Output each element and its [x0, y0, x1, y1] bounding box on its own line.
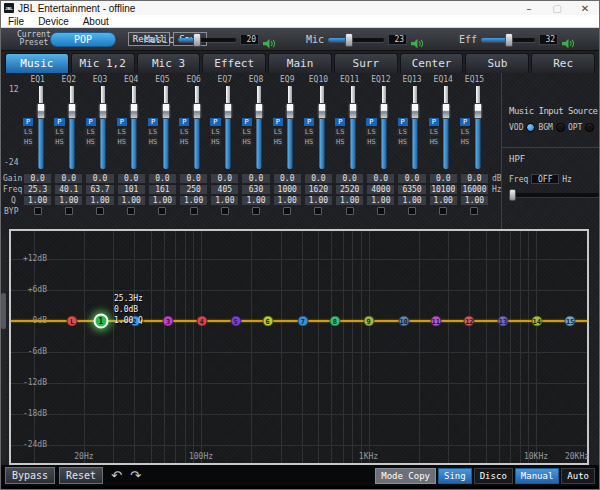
freq-value-field[interactable]: 6350	[398, 184, 425, 194]
eq-slider-thumb[interactable]	[192, 103, 201, 119]
filter-ls-button[interactable]: LS	[304, 128, 314, 136]
eq-slider-thumb[interactable]	[36, 103, 45, 119]
filter-ls-button[interactable]: LS	[85, 128, 95, 136]
filter-p-button[interactable]: P	[210, 118, 220, 126]
filter-p-button[interactable]: P	[335, 118, 345, 126]
gain-value-field[interactable]: 0.0	[55, 173, 82, 183]
tab-center[interactable]: Center	[400, 53, 464, 73]
eq-gain-slider[interactable]: PLSHS	[396, 84, 427, 172]
tab-effect[interactable]: Effect	[202, 53, 266, 73]
filter-hs-button[interactable]: HS	[366, 138, 376, 146]
freq-value-field[interactable]: 161	[149, 184, 176, 194]
filter-p-button[interactable]: P	[179, 118, 189, 126]
tab-main[interactable]: Main	[268, 53, 332, 73]
redo-icon[interactable]: ↷	[130, 467, 141, 484]
filter-ls-button[interactable]: LS	[241, 128, 251, 136]
q-value-field[interactable]: 1.00	[180, 195, 207, 205]
close-button[interactable]: ✕	[571, 1, 599, 15]
filter-ls-button[interactable]: LS	[148, 128, 158, 136]
gain-value-field[interactable]: 0.0	[398, 173, 425, 183]
eq-gain-slider[interactable]: PLSHS	[147, 84, 178, 172]
filter-p-button[interactable]: P	[366, 118, 376, 126]
eq-gain-slider[interactable]: PLSHS	[272, 84, 303, 172]
eq-curve-graph[interactable]: +12dB+6dB0dB-6dB-12dB-18dB-24dB20Hz100Hz…	[9, 229, 589, 465]
bypass-checkbox[interactable]	[252, 207, 260, 215]
menu-item-device[interactable]: Device	[31, 15, 76, 27]
eq-point-5[interactable]: 5	[230, 316, 241, 327]
eq-gain-slider[interactable]: PLSHS	[334, 84, 365, 172]
q-value-field[interactable]: 1.00	[242, 195, 269, 205]
hpf-slider-thumb[interactable]	[509, 189, 516, 201]
freq-value-field[interactable]: 1620	[305, 184, 332, 194]
filter-hs-button[interactable]: HS	[54, 138, 64, 146]
filter-p-button[interactable]: P	[148, 118, 158, 126]
gain-value-field[interactable]: 0.0	[336, 173, 363, 183]
filter-p-button[interactable]: P	[460, 118, 470, 126]
eq-gain-slider[interactable]: PLSHS	[303, 84, 334, 172]
volume-value[interactable]: 23	[388, 34, 407, 45]
freq-value-field[interactable]: 405	[211, 184, 238, 194]
volume-slider-thumb[interactable]	[345, 33, 353, 47]
gain-value-field[interactable]: 0.0	[118, 173, 145, 183]
eq-slider-thumb[interactable]	[348, 103, 357, 119]
filter-hs-button[interactable]: HS	[335, 138, 345, 146]
freq-value-field[interactable]: 4000	[367, 184, 394, 194]
bypass-checkbox[interactable]	[377, 207, 385, 215]
eq-point-9[interactable]: 9	[363, 316, 374, 327]
q-value-field[interactable]: 1.00	[274, 195, 301, 205]
volume-value[interactable]: 32	[539, 34, 558, 45]
mode-button-sing[interactable]: Sing	[438, 468, 472, 484]
eq-point-11[interactable]: 11	[430, 316, 441, 327]
source-radio-vod[interactable]	[526, 123, 535, 132]
filter-ls-button[interactable]: LS	[117, 128, 127, 136]
eq-slider-thumb[interactable]	[411, 103, 420, 119]
filter-hs-button[interactable]: HS	[117, 138, 127, 146]
gain-value-field[interactable]: 0.0	[305, 173, 332, 183]
freq-value-field[interactable]: 63.7	[86, 184, 113, 194]
filter-ls-button[interactable]: LS	[273, 128, 283, 136]
eq-point-6[interactable]: 6	[262, 316, 273, 327]
maximize-button[interactable]: ▢	[543, 1, 571, 15]
eq-slider-thumb[interactable]	[473, 103, 482, 119]
bypass-checkbox[interactable]	[314, 207, 322, 215]
filter-p-button[interactable]: P	[23, 118, 33, 126]
source-radio-opt[interactable]	[585, 123, 594, 132]
eq-point-8[interactable]: 8	[329, 316, 340, 327]
filter-hs-button[interactable]: HS	[179, 138, 189, 146]
hpf-freq-value[interactable]: OFF	[531, 174, 559, 184]
bypass-button[interactable]: Bypass	[5, 467, 55, 484]
filter-hs-button[interactable]: HS	[304, 138, 314, 146]
gain-value-field[interactable]: 0.0	[461, 173, 488, 183]
filter-ls-button[interactable]: LS	[179, 128, 189, 136]
gain-value-field[interactable]: 0.0	[242, 173, 269, 183]
filter-hs-button[interactable]: HS	[85, 138, 95, 146]
tab-rec[interactable]: Rec	[531, 53, 595, 73]
eq-gain-slider[interactable]: PLSHS	[459, 84, 490, 172]
filter-p-button[interactable]: P	[242, 118, 252, 126]
bypass-checkbox[interactable]	[190, 207, 198, 215]
graph-vertical-scrollbar[interactable]	[1, 235, 6, 461]
eq-point-13[interactable]: 13	[497, 316, 508, 327]
bypass-checkbox[interactable]	[65, 207, 73, 215]
tab-mic-3[interactable]: Mic 3	[137, 53, 201, 73]
filter-p-button[interactable]: P	[429, 118, 439, 126]
filter-hs-button[interactable]: HS	[210, 138, 220, 146]
q-value-field[interactable]: 1.00	[336, 195, 363, 205]
eq-slider-thumb[interactable]	[286, 103, 295, 119]
eq-point-14[interactable]: 14	[531, 316, 542, 327]
filter-hs-button[interactable]: HS	[148, 138, 158, 146]
eq-slider-thumb[interactable]	[223, 103, 232, 119]
filter-hs-button[interactable]: HS	[429, 138, 439, 146]
gain-value-field[interactable]: 0.0	[24, 173, 51, 183]
mode-button-auto[interactable]: Auto	[561, 468, 595, 484]
bypass-checkbox[interactable]	[408, 207, 416, 215]
q-value-field[interactable]: 1.00	[461, 195, 488, 205]
tab-surr[interactable]: Surr	[334, 53, 398, 73]
q-value-field[interactable]: 1.00	[305, 195, 332, 205]
gain-value-field[interactable]: 0.0	[430, 173, 457, 183]
preset-name-button[interactable]: POP	[50, 32, 116, 47]
gain-value-field[interactable]: 0.0	[274, 173, 301, 183]
q-value-field[interactable]: 1.00	[24, 195, 51, 205]
freq-value-field[interactable]: 40.1	[55, 184, 82, 194]
q-value-field[interactable]: 1.00	[211, 195, 238, 205]
